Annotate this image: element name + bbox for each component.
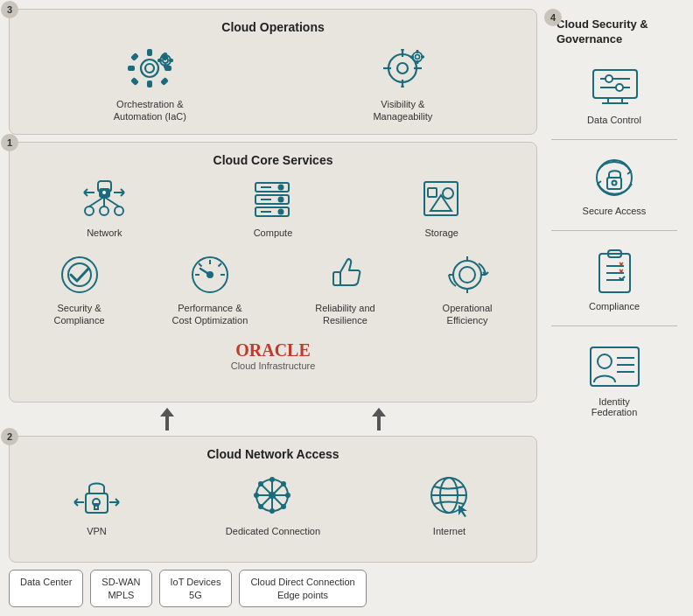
divider-2 bbox=[551, 230, 677, 231]
svg-rect-24 bbox=[416, 50, 419, 53]
svg-marker-69 bbox=[372, 408, 386, 430]
cloud-ops-icons: Orchestration & Automation (IaC) bbox=[20, 45, 526, 123]
visibility-item: Visibility & Manageability bbox=[373, 45, 432, 123]
svg-point-84 bbox=[270, 493, 275, 498]
data-control-item: Data Control bbox=[544, 56, 684, 132]
performance-icon bbox=[188, 253, 232, 297]
performance-item: Performance & Cost Optimization bbox=[172, 253, 248, 327]
left-panel: 3 Cloud Operations bbox=[9, 9, 537, 607]
reliability-item: Reliability and Resilience bbox=[315, 253, 374, 327]
tag-cloud-direct: Cloud Direct Connection Edge points bbox=[239, 570, 366, 607]
svg-point-0 bbox=[141, 60, 158, 77]
oracle-sub: Cloud Infrastructure bbox=[20, 360, 526, 371]
cloud-network-icons: VPN bbox=[20, 472, 526, 537]
svg-point-87 bbox=[255, 494, 258, 497]
svg-rect-3 bbox=[147, 80, 152, 88]
orchestration-icon bbox=[123, 45, 176, 93]
secure-access-icon bbox=[591, 154, 639, 202]
svg-rect-8 bbox=[130, 77, 139, 86]
svg-marker-68 bbox=[160, 408, 174, 430]
svg-point-66 bbox=[453, 261, 481, 289]
oracle-text: ORACLE bbox=[20, 340, 526, 360]
identity-federation-label: Identity Federation bbox=[592, 396, 638, 417]
secure-access-label: Secure Access bbox=[583, 206, 647, 216]
identity-federation-item: Identity Federation bbox=[544, 333, 684, 424]
svg-point-67 bbox=[459, 267, 475, 283]
svg-point-92 bbox=[282, 505, 285, 508]
divider-1 bbox=[551, 139, 677, 140]
svg-line-62 bbox=[199, 263, 202, 267]
compliance-icon bbox=[591, 245, 639, 298]
badge-1: 1 bbox=[1, 134, 18, 151]
svg-rect-9 bbox=[160, 77, 169, 86]
svg-rect-6 bbox=[130, 52, 139, 61]
orchestration-label: Orchestration & Automation (IaC) bbox=[114, 98, 186, 123]
svg-rect-13 bbox=[164, 64, 167, 68]
data-control-icon bbox=[586, 63, 643, 111]
badge-4: 4 bbox=[544, 9, 562, 26]
svg-rect-27 bbox=[421, 56, 424, 59]
network-label: Network bbox=[87, 227, 122, 239]
svg-rect-2 bbox=[147, 49, 152, 56]
compute-icon bbox=[248, 178, 297, 221]
svg-point-85 bbox=[270, 478, 274, 481]
internet-item: Internet bbox=[425, 472, 473, 537]
storage-icon bbox=[417, 178, 466, 221]
visibility-icon bbox=[376, 45, 429, 93]
compute-label: Compute bbox=[254, 227, 293, 239]
badge-2: 2 bbox=[1, 428, 18, 445]
cloud-ops-box: 3 Cloud Operations bbox=[9, 9, 537, 135]
tag-sdwan: SD-WAN MPLS bbox=[90, 570, 151, 607]
operational-icon bbox=[445, 253, 489, 297]
svg-point-30 bbox=[102, 191, 106, 194]
compliance-label: Compliance bbox=[589, 301, 640, 312]
tag-datacenter: Data Center bbox=[9, 570, 83, 607]
cloud-core-row2: Security & Compliance bbox=[20, 253, 526, 327]
internet-icon bbox=[425, 472, 473, 520]
security-label: Security & Compliance bbox=[53, 302, 104, 327]
operational-item: Operational Efficiency bbox=[443, 253, 493, 327]
compute-item: Compute bbox=[248, 178, 297, 239]
cloud-network-title: Cloud Network Access bbox=[20, 447, 526, 461]
internet-label: Internet bbox=[433, 525, 466, 537]
network-icon bbox=[80, 178, 129, 221]
svg-rect-12 bbox=[164, 52, 167, 57]
cloud-network-box: 2 Cloud Network Access bbox=[9, 436, 537, 563]
svg-line-63 bbox=[218, 263, 221, 267]
svg-point-88 bbox=[286, 494, 290, 497]
dedicated-item: Dedicated Connection bbox=[226, 472, 320, 537]
reliability-icon bbox=[323, 253, 367, 297]
visibility-label: Visibility & Manageability bbox=[373, 98, 432, 123]
svg-point-105 bbox=[612, 180, 616, 185]
svg-rect-55 bbox=[428, 188, 437, 197]
svg-point-22 bbox=[413, 52, 423, 62]
svg-point-31 bbox=[85, 206, 94, 215]
reliability-label: Reliability and Resilience bbox=[315, 302, 374, 327]
vpn-icon bbox=[73, 472, 121, 520]
svg-point-50 bbox=[279, 197, 284, 201]
svg-point-49 bbox=[279, 185, 284, 189]
arrow-left bbox=[158, 406, 176, 432]
svg-rect-26 bbox=[410, 56, 414, 59]
vpn-label: VPN bbox=[87, 525, 107, 537]
svg-point-102 bbox=[616, 84, 623, 91]
svg-rect-25 bbox=[416, 60, 419, 64]
oracle-section: ORACLE Cloud Infrastructure bbox=[20, 340, 526, 371]
svg-point-90 bbox=[282, 482, 285, 486]
svg-line-34 bbox=[89, 197, 104, 206]
bottom-tags: Data Center SD-WAN MPLS IoT Devices 5G C… bbox=[9, 570, 537, 607]
storage-item: Storage bbox=[417, 178, 466, 239]
security-icon bbox=[58, 253, 102, 297]
performance-label: Performance & Cost Optimization bbox=[172, 302, 248, 327]
cloud-core-box: 1 Cloud Core Services bbox=[9, 142, 537, 403]
data-control-label: Data Control bbox=[587, 115, 641, 125]
svg-rect-104 bbox=[607, 178, 621, 189]
svg-rect-4 bbox=[128, 66, 135, 71]
arrows-container bbox=[9, 406, 537, 432]
svg-point-100 bbox=[606, 75, 612, 82]
svg-rect-96 bbox=[593, 70, 637, 98]
right-panel: 4 Cloud Security & Governance Data Contr… bbox=[544, 9, 684, 607]
svg-line-36 bbox=[104, 197, 119, 206]
main-container: 3 Cloud Operations bbox=[0, 0, 693, 616]
compliance-item: Compliance bbox=[544, 238, 684, 318]
